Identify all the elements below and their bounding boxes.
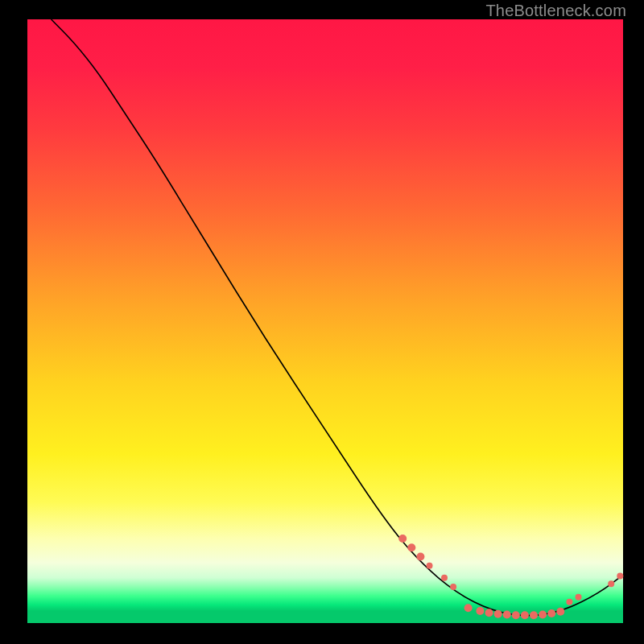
- data-marker: [547, 609, 555, 617]
- data-marker: [617, 573, 623, 580]
- data-marker: [512, 611, 520, 619]
- data-marker: [450, 584, 456, 590]
- data-marker: [521, 611, 529, 619]
- data-marker: [441, 575, 448, 581]
- data-marker: [427, 563, 433, 569]
- data-marker: [539, 611, 547, 619]
- data-marker: [608, 580, 614, 587]
- plot-svg: [27, 19, 623, 623]
- plot-area: [27, 19, 623, 623]
- data-marker: [576, 594, 582, 601]
- data-marker: [494, 610, 502, 618]
- data-marker: [416, 553, 424, 561]
- data-marker: [398, 535, 407, 543]
- data-marker: [407, 543, 415, 551]
- chart-stage: TheBottleneck.com: [0, 0, 644, 644]
- data-marker: [464, 604, 473, 612]
- data-marker: [503, 611, 511, 619]
- data-marker: [485, 609, 493, 617]
- data-marker: [556, 608, 564, 616]
- data-marker: [566, 599, 572, 605]
- bottleneck-curve: [52, 19, 623, 616]
- data-marker: [476, 607, 484, 615]
- data-marker: [530, 611, 538, 619]
- data-markers: [398, 535, 623, 619]
- watermark-text: TheBottleneck.com: [485, 2, 626, 20]
